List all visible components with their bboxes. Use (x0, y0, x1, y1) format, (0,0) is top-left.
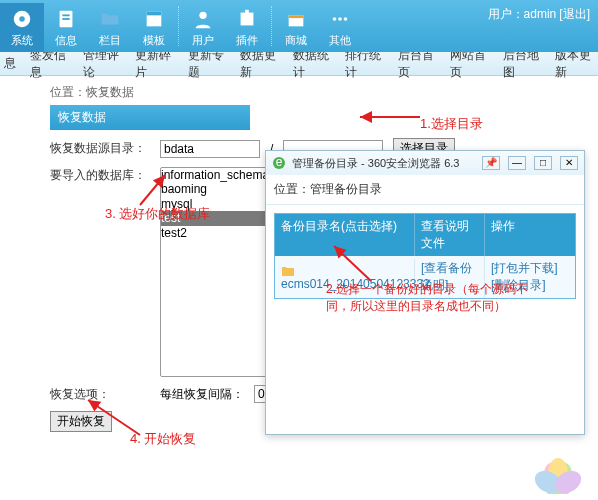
folder-icon (98, 7, 122, 31)
popup-breadcrumb: 位置：管理备份目录 (266, 175, 584, 205)
popup-window: e 管理备份目录 - 360安全浏览器 6.3 📌 — □ ✕ 位置：管理备份目… (265, 150, 585, 435)
subnav-item[interactable]: 息 (4, 55, 16, 72)
svg-point-14 (344, 17, 348, 21)
svg-rect-3 (62, 14, 69, 16)
shop-icon (284, 7, 308, 31)
nav-info[interactable]: 信息 (44, 3, 88, 52)
user-box: 用户：admin [退出] (488, 6, 590, 23)
template-icon (142, 7, 166, 31)
popup-titlebar: e 管理备份目录 - 360安全浏览器 6.3 📌 — □ ✕ (266, 151, 584, 175)
src-label: 恢复数据源目录： (50, 140, 150, 157)
dots-icon (328, 7, 352, 31)
svg-rect-8 (241, 13, 254, 26)
page-icon: e (272, 156, 286, 170)
svg-text:e: e (276, 156, 283, 169)
nav-shop[interactable]: 商城 (274, 3, 318, 52)
svg-point-12 (333, 17, 337, 21)
user-icon (191, 7, 215, 31)
close-button[interactable]: ✕ (560, 156, 578, 170)
minimize-button[interactable]: — (508, 156, 526, 170)
top-nav: 系统 信息 栏目 模板 用户 插件 商城 其他 用户：admin [退出] (0, 0, 598, 52)
nav-template[interactable]: 模板 (132, 3, 176, 52)
nav-system[interactable]: 系统 (0, 3, 44, 52)
sub-nav: 息 签发信息 管理评论 更新碎片 更新专题 数据更新 数据统计 排行统计 后台首… (0, 52, 598, 76)
interval-label: 每组恢复间隔： (160, 386, 244, 403)
start-restore-button[interactable]: 开始恢复 (50, 411, 112, 432)
doc-icon (54, 7, 78, 31)
svg-rect-4 (62, 18, 69, 20)
svg-rect-11 (289, 15, 304, 18)
svg-rect-6 (147, 12, 162, 16)
breadcrumb: 位置：恢复数据 (50, 84, 598, 101)
nav-column[interactable]: 栏目 (88, 3, 132, 52)
th-name: 备份目录名(点击选择) (275, 214, 415, 256)
src-input[interactable] (160, 140, 260, 158)
svg-point-7 (199, 12, 206, 19)
opt-label: 恢复选项： (50, 386, 150, 403)
db-label: 要导入的数据库： (50, 167, 150, 184)
annotation-4: 4. 开始恢复 (130, 430, 196, 448)
plugin-icon (235, 7, 259, 31)
maximize-button[interactable]: □ (534, 156, 552, 170)
annotation-2: 2.选择一个备份好的目录（每个源码不 同，所以这里的目录名成也不同） (326, 281, 528, 315)
panel-title: 恢复数据 (50, 105, 250, 130)
th-view: 查看说明文件 (415, 214, 485, 256)
gear-icon (10, 7, 34, 31)
nav-user[interactable]: 用户 (181, 3, 225, 52)
th-op: 操作 (485, 214, 575, 256)
popup-title: 管理备份目录 - 360安全浏览器 6.3 (292, 156, 474, 171)
svg-point-13 (338, 17, 342, 21)
logout-link[interactable]: [退出] (559, 7, 590, 21)
flower-logo-icon (528, 444, 588, 494)
nav-plugin[interactable]: 插件 (225, 3, 269, 52)
svg-rect-9 (245, 10, 249, 15)
pin-icon[interactable]: 📌 (482, 156, 500, 170)
nav-other[interactable]: 其他 (318, 3, 362, 52)
svg-point-1 (19, 16, 25, 22)
download-link[interactable]: [打包并下载] (491, 261, 558, 275)
folder-icon (281, 265, 295, 277)
